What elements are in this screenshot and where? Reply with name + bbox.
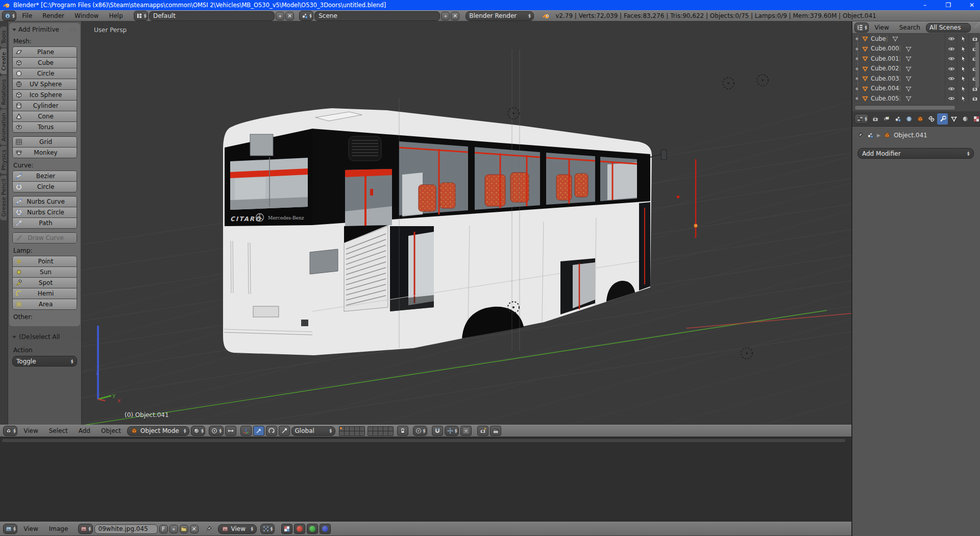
outliner-vertical-scrollbar[interactable] [975,42,979,88]
pin-toggle[interactable] [203,524,214,534]
layer-cell[interactable] [350,427,354,431]
delete-scene-button[interactable]: ✕ [451,12,459,20]
selectability-cursor-toggle[interactable] [957,84,968,94]
plane-button[interactable]: Plane [13,47,77,57]
manipulate-center-points-toggle[interactable] [225,426,236,436]
properties-tab-modifiers[interactable] [937,113,948,125]
channel-red-button[interactable] [294,524,305,534]
expand-icon[interactable] [852,85,861,92]
layer-cell[interactable] [368,431,373,435]
panel-grip-icon[interactable]: :::: [69,27,77,32]
layer-cell[interactable] [339,427,344,431]
snap-target-button[interactable] [460,426,472,436]
outliner-row[interactable]: Cube.003| [852,74,980,84]
menu-select[interactable]: Select [44,427,72,434]
editor-type-selector[interactable]: ▲▼ [3,524,17,534]
add-scene-button[interactable]: ＋ [441,12,450,20]
object-name[interactable]: Cube.005 [869,95,899,102]
object-name[interactable]: Cube.002 [869,65,899,72]
outliner-row[interactable]: Cube.005| [852,93,980,104]
torus-button[interactable]: Torus [13,122,77,132]
bezier-button[interactable]: Bezier [13,171,77,181]
uv-pivot-dropdown[interactable]: ▲▼ [260,524,275,534]
object-name[interactable]: Cube.003 [869,75,899,82]
channel-rgba-button[interactable] [281,524,292,534]
mode-dropdown[interactable]: Object Mode▲▼ [127,426,189,436]
delete-layout-button[interactable]: ✕ [285,12,294,20]
properties-tab-object[interactable] [915,113,925,125]
editor-type-selector[interactable]: ▲▼ [854,114,869,124]
layer-cell[interactable] [350,431,354,435]
layer-cell[interactable] [388,427,393,431]
shelf-tab-animation[interactable]: Animation [0,109,7,145]
menu-add[interactable]: Add [74,427,95,434]
menu-file[interactable]: File [17,12,37,19]
menu-render[interactable]: Render [38,12,69,19]
properties-tab-render-layers[interactable] [881,113,892,125]
properties-tab-material[interactable] [960,113,970,125]
scene-name-field[interactable]: Scene [314,11,440,21]
outliner-row[interactable]: Cube.002| [852,64,980,74]
properties-tab-scene[interactable] [892,113,903,125]
minimize-button[interactable]: – [920,2,930,9]
layer-cell[interactable] [345,431,349,435]
layer-cell[interactable] [360,427,364,431]
layer-cell[interactable] [378,431,383,435]
editor-type-selector[interactable]: ▲▼ [2,11,16,21]
point-button[interactable]: Point [13,256,77,266]
layer-cell[interactable] [368,427,373,431]
cylinder-button[interactable]: Cylinder [13,101,77,111]
uv-display-dropdown[interactable]: View▲▼ [218,524,257,534]
selectability-cursor-toggle[interactable] [957,34,968,44]
expand-icon[interactable] [852,65,861,72]
scene-selector[interactable]: ▲▼ [299,11,313,21]
proportional-edit-dropdown[interactable]: ▲▼ [413,426,427,436]
menu-window[interactable]: Window [70,12,103,19]
rotate-manipulator-button[interactable] [266,426,277,436]
panel-header[interactable]: (De)select All :::: [12,332,77,342]
scale-manipulator-button[interactable] [279,426,290,436]
layer-cell[interactable] [373,427,378,431]
shelf-tab-create[interactable]: Create [0,48,7,75]
add-modifier-dropdown[interactable]: Add Modifier ▲▼ [857,148,974,159]
layer-cell[interactable] [345,427,349,431]
object-name[interactable]: Cube.001 [869,55,899,62]
opengl-render-anim-button[interactable] [490,426,501,436]
layout-name-field[interactable]: Default [149,11,275,21]
manipulator-toggle[interactable] [240,426,252,436]
uv-image-editor-canvas[interactable] [0,437,851,522]
ico-sphere-button[interactable]: Ico Sphere [13,90,77,100]
channel-green-button[interactable] [307,524,318,534]
outliner-row[interactable]: Cube.004| [852,84,980,94]
fake-user-button[interactable]: F [159,525,168,533]
menu-view[interactable]: View [870,24,893,31]
grid-button[interactable]: Grid [13,137,77,147]
editor-type-selector[interactable]: ▲▼ [854,22,869,33]
viewport-shading-dropdown[interactable]: ▲▼ [191,426,205,436]
expand-icon[interactable] [852,35,861,42]
restore-button[interactable]: ❐ [943,2,953,9]
layer-cell[interactable] [355,431,359,435]
area-corner-handle[interactable] [974,22,980,29]
object-name[interactable]: Cube.004 [869,85,899,92]
bus-object[interactable]: CITARO Mercedes-Benz [223,108,667,355]
object-name[interactable]: Cube [869,35,886,42]
layer-cell[interactable] [383,427,388,431]
outliner-horizontal-scrollbar[interactable] [854,105,955,110]
layer-cell[interactable] [388,431,393,435]
layer-cell[interactable] [373,431,378,435]
visibility-eye-toggle[interactable] [945,44,957,54]
render-engine-dropdown[interactable]: Blender Render▲▼ [465,11,534,21]
sun-button[interactable]: Sun [13,267,77,277]
pin-icon[interactable] [856,132,864,139]
circle-button[interactable]: Circle [13,68,77,79]
properties-tab-texture[interactable] [971,113,980,125]
nurbs-curve-button[interactable]: Nurbs Curve [13,197,77,207]
selectability-cursor-toggle[interactable] [957,74,968,84]
snap-element-dropdown[interactable]: ▲▼ [445,426,459,436]
panel-header[interactable]: Add Primitive :::: [12,25,77,34]
image-name-field[interactable]: 09white.jpg.045 [94,524,158,534]
menu-image[interactable]: Image [44,525,73,532]
properties-tab-data[interactable] [948,113,959,125]
path-button[interactable]: Path [13,218,77,228]
